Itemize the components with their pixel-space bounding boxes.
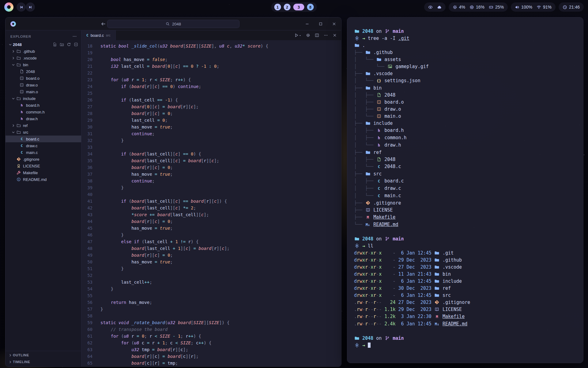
code-line-24[interactable]: 24 if (board[r][c] == 0) continue; bbox=[81, 83, 341, 90]
chevron-right-icon[interactable] bbox=[10, 123, 16, 128]
editor-titlebar[interactable]: 2048 bbox=[6, 17, 341, 30]
minimize-button[interactable] bbox=[305, 22, 309, 26]
navigate-back-icon[interactable] bbox=[101, 21, 106, 26]
sidebar-section-outline[interactable]: OUTLINE bbox=[6, 352, 81, 358]
chevron-down-icon[interactable] bbox=[7, 42, 13, 47]
explorer-item-main-c[interactable]: Cmain.c bbox=[6, 149, 81, 156]
explorer-item-src[interactable]: src bbox=[6, 129, 81, 136]
eye-icon[interactable] bbox=[428, 5, 433, 10]
explorer-item-main-o[interactable]: main.o bbox=[6, 88, 81, 95]
code-line-50[interactable]: 50 has_move = true; bbox=[81, 259, 341, 265]
code-line-33[interactable]: 33 bbox=[81, 144, 341, 151]
code-line-63[interactable]: 63 u32 tmp = board[r][c]; bbox=[81, 346, 341, 353]
chevron-down-icon[interactable] bbox=[10, 130, 16, 135]
sidebar-section-timeline[interactable]: TIMELINE bbox=[6, 358, 81, 365]
code-line-19[interactable]: 19 bbox=[81, 49, 341, 56]
explorer-item-board-h[interactable]: hboard.h bbox=[6, 102, 81, 109]
code-line-23[interactable]: 23 for (u8 r = 1; r < SIZE; r++) { bbox=[81, 76, 341, 83]
code-line-48[interactable]: 48 board[last_cell + 1][c] = board[r][c]… bbox=[81, 245, 341, 252]
code-line-49[interactable]: 49 board[r][c] = 0; bbox=[81, 252, 341, 259]
new-file-icon[interactable] bbox=[53, 42, 57, 47]
more-button[interactable] bbox=[324, 33, 328, 37]
code-line-64[interactable]: 64 board[r][c] = board[c][r]; bbox=[81, 353, 341, 360]
code-line-41[interactable]: 41 if (board[last_cell][c] == board[r][c… bbox=[81, 198, 341, 205]
code-line-56[interactable]: 56 return has_move; bbox=[81, 299, 341, 306]
code-line-45[interactable]: 45 has_move = true; bbox=[81, 225, 341, 232]
code-line-57[interactable]: 57} bbox=[81, 306, 341, 312]
explorer-item-draw-o[interactable]: draw.o bbox=[6, 82, 81, 88]
split-editor-button[interactable] bbox=[315, 33, 319, 37]
code-line-61[interactable]: 61 for (u8 r = 0; r < SIZE - 1; r++) { bbox=[81, 333, 341, 339]
explorer-item-board-o[interactable]: board.o bbox=[6, 75, 81, 82]
command-center-search[interactable]: 2048 bbox=[107, 20, 239, 28]
code-line-53[interactable]: 53 last_cell++; bbox=[81, 279, 341, 286]
explorer-item--gitignore[interactable]: .gitignore bbox=[6, 156, 81, 163]
explorer-item-bin[interactable]: bin bbox=[6, 61, 81, 68]
code-line-60[interactable]: 60 // transpose the board bbox=[81, 326, 341, 333]
settings-button[interactable] bbox=[306, 33, 310, 37]
tab-board-c[interactable]: C board.c src bbox=[81, 30, 116, 40]
workspace-8[interactable]: 8 bbox=[307, 4, 314, 10]
code-line-29[interactable]: 29 last_cell = 0; bbox=[81, 117, 341, 124]
workspace-1[interactable]: 1 bbox=[274, 4, 281, 10]
explorer-item-board-c[interactable]: Cboard.c bbox=[6, 136, 81, 142]
explorer-more-icon[interactable] bbox=[72, 34, 77, 39]
code-line-46[interactable]: 46 } bbox=[81, 232, 341, 238]
code-line-18[interactable]: 18static bool _slide_col(u32 board[SIZE]… bbox=[81, 43, 341, 49]
workspace-2[interactable]: 2 bbox=[284, 4, 291, 10]
code-line-59[interactable]: 59static void _rotate_board(u32 board[SI… bbox=[81, 319, 341, 326]
terminal-window[interactable]: 2048 on main → tree -a -I .git .├── .git… bbox=[347, 17, 583, 363]
code-line-27[interactable]: 27 board[0][c] = board[r][c]; bbox=[81, 103, 341, 110]
chevron-down-icon[interactable] bbox=[10, 96, 16, 101]
explorer-item--vscode[interactable]: .vscode bbox=[6, 55, 81, 61]
new-folder-icon[interactable] bbox=[60, 42, 64, 47]
code-line-22[interactable]: 22 bbox=[81, 70, 341, 76]
code-line-37[interactable]: 37 has_move = true; bbox=[81, 171, 341, 178]
chevron-down-icon[interactable] bbox=[10, 62, 16, 67]
explorer-item-2048[interactable]: 2048 bbox=[6, 68, 81, 75]
code-line-26[interactable]: 26 if (last_cell == -1) { bbox=[81, 97, 341, 103]
media-previous-button[interactable] bbox=[17, 2, 26, 12]
explorer-item-include[interactable]: include bbox=[6, 95, 81, 102]
code-line-55[interactable]: 55 bbox=[81, 292, 341, 299]
media-next-button[interactable] bbox=[26, 2, 35, 12]
explorer-item-ref[interactable]: ref bbox=[6, 122, 81, 129]
code-line-35[interactable]: 35 board[last_cell][c] = board[r][c]; bbox=[81, 157, 341, 164]
code-line-58[interactable]: 58 bbox=[81, 312, 341, 319]
code-area[interactable]: 18static bool _slide_col(u32 board[SIZE]… bbox=[81, 40, 341, 366]
launcher-icon[interactable] bbox=[4, 2, 13, 12]
code-line-42[interactable]: 42 board[last_cell][c] *= 2; bbox=[81, 205, 341, 211]
close-button[interactable] bbox=[332, 22, 336, 26]
code-line-25[interactable]: 25 bbox=[81, 90, 341, 97]
chevron-right-icon[interactable] bbox=[10, 56, 16, 60]
chevron-right-icon[interactable] bbox=[10, 49, 16, 54]
close-button[interactable] bbox=[333, 33, 337, 37]
maximize-button[interactable] bbox=[318, 22, 323, 26]
code-line-65[interactable]: 65 board[c][r] = tmp; bbox=[81, 360, 341, 366]
code-line-34[interactable]: 34 if (board[last_cell][c] == 0) { bbox=[81, 151, 341, 157]
explorer-item-common-h[interactable]: hcommon.h bbox=[6, 109, 81, 115]
cloud-icon[interactable] bbox=[437, 5, 442, 10]
explorer-item-makefile[interactable]: Makefile bbox=[6, 169, 81, 176]
code-line-36[interactable]: 36 board[r][c] = 0; bbox=[81, 164, 341, 171]
explorer-item-draw-h[interactable]: hdraw.h bbox=[6, 115, 81, 122]
code-line-54[interactable]: 54 } bbox=[81, 286, 341, 292]
workspace-3[interactable]: 3 bbox=[293, 4, 304, 10]
explorer-item-readme-md[interactable]: README.md bbox=[6, 176, 81, 183]
collapse-all-icon[interactable] bbox=[74, 42, 78, 47]
code-line-38[interactable]: 38 continue; bbox=[81, 178, 341, 184]
explorer-item-2048[interactable]: 2048 bbox=[6, 41, 81, 48]
run-button[interactable] bbox=[294, 33, 301, 38]
code-line-52[interactable]: 52 bbox=[81, 272, 341, 279]
code-line-43[interactable]: 43 *score += board[last_cell][c]; bbox=[81, 211, 341, 218]
code-line-20[interactable]: 20 bool has_move = false; bbox=[81, 56, 341, 63]
code-line-31[interactable]: 31 continue; bbox=[81, 130, 341, 137]
code-line-40[interactable]: 40 bbox=[81, 191, 341, 198]
code-line-47[interactable]: 47 else if (last_cell + 1 != r) { bbox=[81, 238, 341, 245]
explorer-item-license[interactable]: LICENSE bbox=[6, 163, 81, 169]
code-line-51[interactable]: 51 } bbox=[81, 265, 341, 272]
code-line-32[interactable]: 32 } bbox=[81, 137, 341, 144]
explorer-item--github[interactable]: .github bbox=[6, 48, 81, 55]
code-line-62[interactable]: 62 for (u8 c = r + 1; c < SIZE; c++) { bbox=[81, 339, 341, 346]
code-line-21[interactable]: 21 i32 last_cell = board[0][c] == 0 ? -1… bbox=[81, 63, 341, 70]
